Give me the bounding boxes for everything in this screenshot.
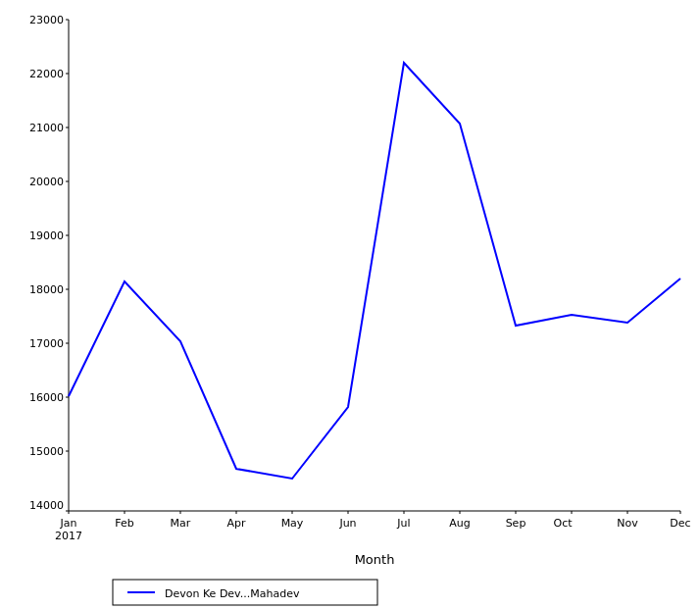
y-tick-15000: 15000 [29,445,64,458]
x-tick-sep: Sep [506,517,526,530]
x-axis-label: Month [355,552,395,567]
x-tick-may: May [281,517,304,530]
x-tick-jun: Jun [338,517,356,530]
x-tick-nov: Nov [617,517,638,530]
y-tick-23000: 23000 [29,14,64,26]
y-tick-17000: 17000 [29,337,64,350]
x-tick-jul: Jul [396,517,410,530]
chart-container: 23000 22000 21000 20000 19000 18000 1700… [0,0,700,609]
x-tick-aug: Aug [449,517,470,530]
x-tick-mar: Mar [171,517,191,530]
x-tick-apr: Apr [226,517,246,530]
x-tick-feb: Feb [115,517,133,530]
x-tick-jan: Jan [60,517,77,530]
y-tick-21000: 21000 [29,122,64,134]
legend-label: Devon Ke Dev...Mahadev [165,587,300,600]
y-tick-14000: 14000 [29,499,64,512]
y-tick-20000: 20000 [29,176,64,188]
y-tick-19000: 19000 [29,229,64,242]
y-tick-16000: 16000 [29,391,64,404]
x-tick-dec: Dec [670,517,690,530]
x-tick-2017: 2017 [55,530,82,542]
y-tick-22000: 22000 [29,68,64,80]
x-tick-oct: Oct [553,517,573,530]
y-tick-18000: 18000 [29,283,64,296]
